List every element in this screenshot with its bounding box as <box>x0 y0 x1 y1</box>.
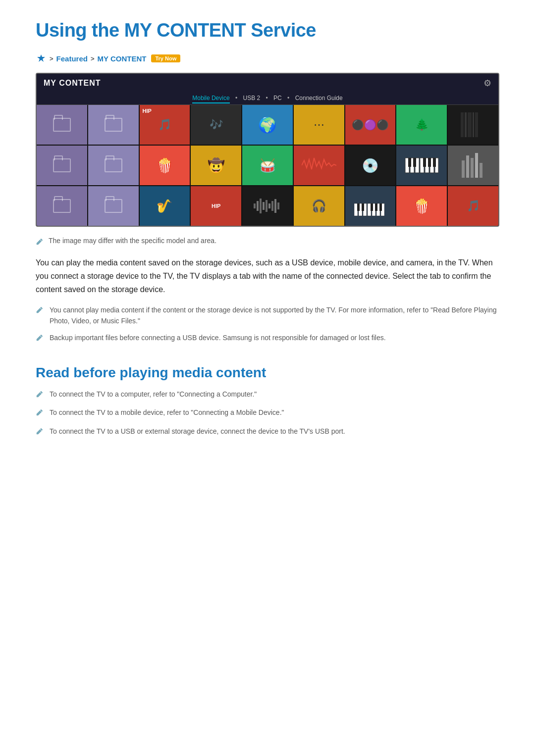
pencil-icon-3 <box>36 334 44 345</box>
breadcrumb-icon <box>36 53 47 64</box>
tab-connection-guide[interactable]: Connection Guide <box>295 95 343 101</box>
svg-rect-2 <box>465 112 467 137</box>
note-item-1: You cannot play media content if the con… <box>36 304 499 327</box>
tile-24[interactable]: 🎧 <box>294 186 344 226</box>
tile-17[interactable] <box>396 146 447 185</box>
main-paragraph: You can play the media content saved on … <box>36 256 499 297</box>
section2-item-1: To connect the TV to a computer, refer t… <box>36 389 499 401</box>
breadcrumb-mycontent[interactable]: MY CONTENT <box>98 54 147 63</box>
note-1-text: You cannot play media content if the con… <box>50 304 499 327</box>
panel-tabs: Mobile Device • USB 2 • PC • Connection … <box>37 93 498 105</box>
image-note: The image may differ with the specific m… <box>36 237 499 247</box>
tile-27[interactable]: 🎵 <box>448 186 498 226</box>
svg-rect-13 <box>408 158 411 167</box>
svg-rect-15 <box>423 158 426 167</box>
tile-6[interactable]: ⋯ <box>294 105 344 145</box>
svg-rect-14 <box>413 158 416 167</box>
svg-rect-4 <box>473 112 474 137</box>
tile-21[interactable]: 🎷 <box>140 186 190 226</box>
tile-7[interactable]: ⚫🟣⚫ <box>345 105 396 145</box>
tile-9[interactable] <box>448 105 498 145</box>
tile-25[interactable] <box>345 186 396 226</box>
svg-rect-43 <box>379 203 382 211</box>
svg-rect-22 <box>480 163 482 178</box>
tile-26[interactable]: 🍿 <box>396 186 447 226</box>
svg-rect-28 <box>268 203 270 208</box>
page-title: Using the MY CONTENT Service <box>36 20 499 41</box>
svg-rect-20 <box>471 158 474 178</box>
tile-13[interactable]: 🤠 <box>191 146 241 185</box>
media-grid: HIP 🎵 🎶 🌍 ⋯ ⚫🟣⚫ 🌲 <box>37 105 498 226</box>
image-note-text: The image may differ with the specific m… <box>49 237 216 245</box>
tile-20[interactable] <box>88 186 139 226</box>
mycontent-panel: MY CONTENT ⚙ Mobile Device • USB 2 • PC … <box>36 73 499 227</box>
svg-rect-23 <box>254 203 256 208</box>
section2-item-2-text: To connect the TV to a mobile device, re… <box>50 407 284 418</box>
svg-rect-42 <box>375 203 377 211</box>
svg-rect-19 <box>466 155 469 178</box>
tab-mobile-device[interactable]: Mobile Device <box>192 95 229 103</box>
section2-item-3-text: To connect the TV to a USB or external s… <box>50 426 345 437</box>
svg-rect-27 <box>266 200 268 212</box>
tab-pc[interactable]: PC <box>273 95 282 101</box>
svg-rect-21 <box>475 153 478 178</box>
tile-8[interactable]: 🌲 <box>396 105 447 145</box>
tile-22[interactable]: HIP <box>191 186 241 226</box>
tile-5[interactable]: 🌍 <box>242 105 293 145</box>
tile-3[interactable]: HIP 🎵 <box>140 105 190 145</box>
tab-usb2[interactable]: USB 2 <box>243 95 261 101</box>
pencil-icon-2 <box>36 306 44 317</box>
tile-2[interactable] <box>88 105 139 145</box>
svg-rect-16 <box>428 158 431 167</box>
tile-11[interactable] <box>88 146 139 185</box>
note-2-text: Backup important files before connecting… <box>50 332 386 343</box>
tile-4[interactable]: 🎶 <box>191 105 241 145</box>
tile-19[interactable] <box>37 186 87 226</box>
breadcrumb-featured[interactable]: Featured <box>56 54 88 63</box>
pencil-icon-5 <box>36 408 44 419</box>
tile-10[interactable] <box>37 146 87 185</box>
section2-item-3: To connect the TV to a USB or external s… <box>36 426 499 438</box>
section2-item-1-text: To connect the TV to a computer, refer t… <box>50 389 257 400</box>
section2-item-2: To connect the TV to a mobile device, re… <box>36 407 499 419</box>
try-now-badge[interactable]: Try Now <box>151 54 180 62</box>
panel-header: MY CONTENT ⚙ <box>37 74 498 93</box>
svg-rect-40 <box>362 203 364 211</box>
pencil-icon-4 <box>36 390 44 401</box>
tile-16[interactable]: 💿 <box>345 146 396 185</box>
breadcrumb-separator-2: > <box>91 55 95 62</box>
svg-rect-25 <box>260 199 262 213</box>
pencil-icon-6 <box>36 427 44 438</box>
section2-title: Read before playing media content <box>36 365 499 381</box>
tile-1[interactable] <box>37 105 87 145</box>
panel-title: MY CONTENT <box>44 79 101 88</box>
svg-rect-26 <box>263 202 265 210</box>
tile-12[interactable]: 🍿 <box>140 146 190 185</box>
svg-rect-31 <box>277 202 279 209</box>
svg-rect-29 <box>271 201 273 211</box>
svg-rect-39 <box>357 203 360 211</box>
svg-rect-32 <box>354 203 358 216</box>
tile-14[interactable]: 🥁 <box>242 146 293 185</box>
svg-rect-1 <box>461 112 464 137</box>
svg-rect-18 <box>462 160 465 178</box>
svg-rect-17 <box>433 158 436 167</box>
svg-rect-35 <box>368 203 371 216</box>
pencil-icon-1 <box>36 238 44 247</box>
breadcrumb: > Featured > MY CONTENT Try Now <box>36 53 499 64</box>
svg-marker-0 <box>37 54 45 62</box>
breadcrumb-separator-1: > <box>50 55 54 62</box>
tile-18[interactable] <box>448 146 498 185</box>
note-item-2: Backup important files before connecting… <box>36 332 499 345</box>
gear-icon[interactable]: ⚙ <box>483 78 491 89</box>
svg-rect-3 <box>468 112 472 137</box>
svg-rect-41 <box>371 203 373 211</box>
tile-23[interactable] <box>242 186 293 226</box>
tile-15[interactable] <box>294 146 344 185</box>
svg-rect-24 <box>257 201 259 211</box>
svg-rect-30 <box>274 199 276 213</box>
svg-rect-5 <box>475 112 478 137</box>
